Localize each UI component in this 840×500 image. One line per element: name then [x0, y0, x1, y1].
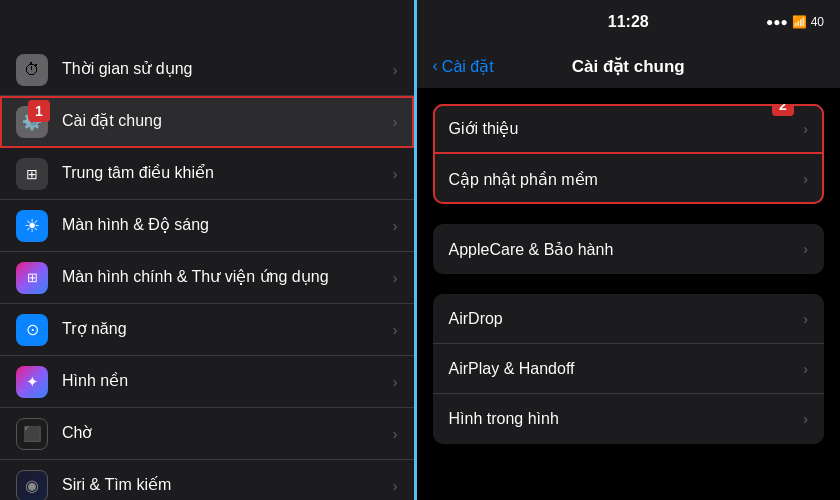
badge-2: 2	[772, 104, 794, 116]
about-label: Giới thiệu	[449, 119, 804, 138]
wallpaper-icon: ✦	[16, 366, 48, 398]
software-update-label: Cập nhật phần mềm	[449, 170, 804, 189]
sidebar-item-accessibility[interactable]: ⊙ Trợ năng ›	[0, 304, 414, 356]
home-screen-icon: ⊞	[16, 262, 48, 294]
sidebar-item-screen-time[interactable]: ⏱ Thời gian sử dụng ›	[0, 44, 414, 96]
right-content: 2 Giới thiệu › Cập nhật phần mềm › Apple…	[417, 88, 840, 500]
sidebar-item-home-screen[interactable]: ⊞ Màn hình chính & Thư viện ứng dụng ›	[0, 252, 414, 304]
sidebar-item-standby[interactable]: ⬛ Chờ ›	[0, 408, 414, 460]
back-label: Cài đặt	[442, 57, 494, 76]
standby-icon: ⬛	[16, 418, 48, 450]
back-button[interactable]: ‹ Cài đặt	[433, 57, 494, 76]
control-center-icon: ⊞	[16, 158, 48, 190]
page-title: Cài đặt chung	[572, 56, 685, 77]
chevron-icon: ›	[393, 270, 398, 286]
chevron-icon: ›	[803, 121, 808, 137]
general-label: Cài đặt chung	[62, 111, 393, 132]
wallpaper-label: Hình nền	[62, 371, 393, 392]
chevron-icon: ›	[393, 478, 398, 494]
display-label: Màn hình & Độ sáng	[62, 215, 393, 236]
control-center-label: Trung tâm điều khiển	[62, 163, 393, 184]
screen-time-label: Thời gian sử dụng	[62, 59, 393, 80]
badge-1: 1	[28, 100, 50, 122]
battery-icon: 40	[811, 15, 824, 29]
right-item-airplay[interactable]: AirPlay & Handoff ›	[433, 344, 824, 394]
chevron-icon: ›	[803, 361, 808, 377]
chevron-icon: ›	[393, 114, 398, 130]
pip-label: Hình trong hình	[449, 410, 804, 428]
chevron-icon: ›	[803, 311, 808, 327]
airdrop-label: AirDrop	[449, 310, 804, 328]
status-icons: ●●● 📶 40	[766, 15, 824, 29]
left-panel: ⏱ Thời gian sử dụng › ⚙️ Cài đặt chung ›…	[0, 0, 414, 500]
sidebar-item-display[interactable]: ☀ Màn hình & Độ sáng ›	[0, 200, 414, 252]
sidebar-item-control-center[interactable]: ⊞ Trung tâm điều khiển ›	[0, 148, 414, 200]
section-group-1: 2 Giới thiệu › Cập nhật phần mềm ›	[433, 104, 824, 204]
home-screen-label: Màn hình chính & Thư viện ứng dụng	[62, 267, 393, 288]
chevron-icon: ›	[393, 62, 398, 78]
section-group-2: AppleCare & Bảo hành ›	[433, 224, 824, 274]
right-item-software-update[interactable]: Cập nhật phần mềm ›	[433, 154, 824, 204]
left-status-bar	[0, 0, 414, 44]
back-chevron-icon: ‹	[433, 57, 438, 75]
status-bar: 11:28 ●●● 📶 40	[417, 0, 840, 44]
right-item-pip[interactable]: Hình trong hình ›	[433, 394, 824, 444]
chevron-icon: ›	[393, 218, 398, 234]
sidebar-item-wallpaper[interactable]: ✦ Hình nền ›	[0, 356, 414, 408]
chevron-icon: ›	[393, 322, 398, 338]
chevron-icon: ›	[803, 411, 808, 427]
sidebar-item-general[interactable]: ⚙️ Cài đặt chung › 1	[0, 96, 414, 148]
right-item-airdrop[interactable]: AirDrop ›	[433, 294, 824, 344]
chevron-icon: ›	[803, 241, 808, 257]
right-panel: 11:28 ●●● 📶 40 ‹ Cài đặt Cài đặt chung 2…	[417, 0, 840, 500]
chevron-icon: ›	[393, 374, 398, 390]
siri-icon: ◉	[16, 470, 48, 501]
settings-list: ⏱ Thời gian sử dụng › ⚙️ Cài đặt chung ›…	[0, 44, 414, 500]
section-group-3: AirDrop › AirPlay & Handoff › Hình trong…	[433, 294, 824, 444]
wifi-icon: 📶	[792, 15, 807, 29]
chevron-icon: ›	[393, 426, 398, 442]
accessibility-label: Trợ năng	[62, 319, 393, 340]
chevron-icon: ›	[803, 171, 808, 187]
sidebar-item-siri[interactable]: ◉ Siri & Tìm kiếm ›	[0, 460, 414, 500]
right-item-applecare[interactable]: AppleCare & Bảo hành ›	[433, 224, 824, 274]
screen-time-icon: ⏱	[16, 54, 48, 86]
chevron-icon: ›	[393, 166, 398, 182]
nav-bar: ‹ Cài đặt Cài đặt chung	[417, 44, 840, 88]
accessibility-icon: ⊙	[16, 314, 48, 346]
right-item-about[interactable]: Giới thiệu ›	[433, 104, 824, 154]
siri-label: Siri & Tìm kiếm	[62, 475, 393, 496]
standby-label: Chờ	[62, 423, 393, 444]
signal-icon: ●●●	[766, 15, 788, 29]
applecare-label: AppleCare & Bảo hành	[449, 240, 804, 259]
display-icon: ☀	[16, 210, 48, 242]
airplay-label: AirPlay & Handoff	[449, 360, 804, 378]
status-time: 11:28	[608, 13, 649, 31]
